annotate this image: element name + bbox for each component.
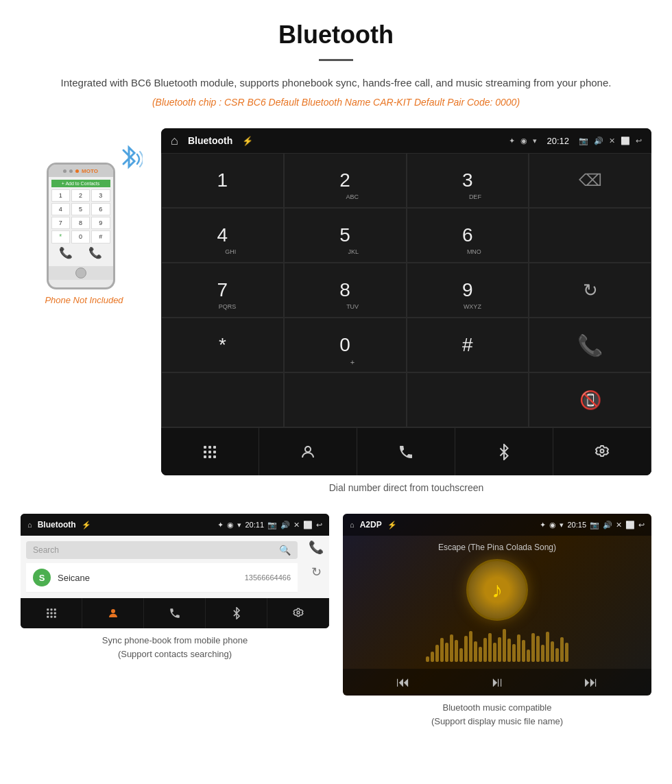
pb-call-icon[interactable]: 📞 [309,540,324,555]
dial-statusbar: ⌂ Bluetooth ⚡ ✦ ◉ ▾ 20:12 📷 🔊 ✕ ⬜ ↩ [161,128,651,153]
time-display: 20:12 [547,136,569,146]
svg-rect-6 [204,455,206,458]
key-2[interactable]: 2ABC [284,153,407,208]
svg-point-21 [297,611,300,614]
phonebook-screenshot: ⌂ Bluetooth ⚡ ✦ ◉ ▾ 20:11 📷 🔊 ✕ ⬜ ↩ [21,514,329,628]
music-screenshot: ⌂ A2DP ⚡ ✦ ◉ ▾ 20:15 📷 🔊 ✕ ⬜ ↩ E [343,514,651,696]
music-waveform [350,628,645,662]
phone-container: MOTO + Add to Contacts 1 2 3 4 5 6 7 8 9 [21,128,147,305]
waveform-bar [450,634,453,662]
next-track-button[interactable]: ⏭ [584,674,598,690]
nav-bluetooth[interactable] [455,428,553,475]
waveform-bar [498,637,501,662]
waveform-bar [565,643,568,662]
back-icon[interactable]: ↩ [636,136,642,145]
pb-statusbar: ⌂ Bluetooth ⚡ ✦ ◉ ▾ 20:11 📷 🔊 ✕ ⬜ ↩ [21,514,329,536]
play-pause-button[interactable]: ⏯ [490,674,504,690]
phonebook-block: ⌂ Bluetooth ⚡ ✦ ◉ ▾ 20:11 📷 🔊 ✕ ⬜ ↩ [21,514,329,728]
pb-nav-contacts[interactable] [82,598,144,628]
volume-icon[interactable]: 🔊 [594,136,603,145]
key-3: 3 [91,189,110,202]
phone-home-button [75,268,86,278]
phone-bottom [49,266,113,280]
pb-nav-settings[interactable] [267,598,329,628]
music-usb-icon: ⚡ [387,521,397,530]
empty-key-1 [529,208,651,263]
empty-row5-3 [407,372,529,427]
phone-mock: MOTO + Add to Contacts 1 2 3 4 5 6 7 8 9 [47,149,122,289]
pb-time: 20:11 [245,521,264,529]
waveform-bar [522,640,525,662]
waveform-bar [560,637,564,662]
key-6[interactable]: 6MNO [407,208,529,263]
svg-rect-11 [47,608,49,610]
svg-rect-7 [208,455,211,458]
statusbar-left: ⌂ Bluetooth ⚡ [171,134,253,148]
waveform-bar [536,636,540,662]
signal-dot [75,169,79,173]
key-3[interactable]: 3DEF [407,153,529,208]
pb-bt-icon: ✦ [217,521,224,530]
key-star[interactable]: * [161,318,284,372]
pb-nav-call[interactable] [144,598,206,628]
waveform-bar [459,648,463,662]
waveform-bar [455,640,458,662]
screen-icon[interactable]: ⬜ [621,136,630,145]
waveform-bar [474,641,477,662]
nav-contacts[interactable] [259,428,357,475]
pb-loc-icon: ◉ [227,521,234,530]
waveform-bar [507,639,511,662]
pb-nav-bluetooth[interactable] [206,598,267,628]
home-icon[interactable]: ⌂ [171,134,178,148]
pb-right-icons: 📞 ↻ [303,536,329,598]
statusbar-right: ✦ ◉ ▾ 20:12 📷 🔊 ✕ ⬜ ↩ [509,136,642,146]
svg-rect-2 [213,446,216,449]
dial-nav [161,427,651,475]
prev-track-button[interactable]: ⏮ [396,674,410,690]
end-call-button[interactable]: 📵 [529,372,651,427]
music-time: 20:15 [567,521,586,529]
key-4[interactable]: 4GHI [161,208,284,263]
svg-rect-5 [213,451,216,453]
waveform-bar [541,645,544,662]
key-1[interactable]: 1 [161,153,284,208]
empty-row5-2 [284,372,407,427]
key-5[interactable]: 5JKL [284,208,407,263]
svg-rect-16 [53,613,56,615]
nav-call[interactable] [357,428,455,475]
svg-rect-1 [208,446,211,449]
pb-nav-dialpad[interactable] [21,598,82,628]
svg-rect-18 [50,616,52,618]
pb-search-bar[interactable]: Search 🔍 [26,541,298,559]
music-signal-icon: ▾ [560,521,564,530]
key-9[interactable]: 9WXYZ [407,263,529,318]
music-home-icon: ⌂ [350,521,355,529]
backspace-key[interactable]: ⌫ [529,153,651,208]
nav-settings[interactable] [553,428,651,475]
key-9: 9 [91,217,110,229]
key-hash[interactable]: # [407,318,529,372]
pb-main: Search 🔍 S Seicane 13566664466 📞 [21,536,329,598]
call-button[interactable]: 📞 [529,318,651,372]
svg-rect-3 [204,451,206,453]
key-8[interactable]: 8TUV [284,263,407,318]
signal-dot [69,169,73,173]
close-icon[interactable]: ✕ [609,136,615,145]
waveform-bar [431,652,434,662]
search-icon: 🔍 [279,545,291,556]
nav-dialpad[interactable] [161,428,259,475]
waveform-bar [555,648,559,662]
waveform-bar [440,638,444,662]
phone-screen-header: + Add to Contacts [51,180,110,187]
camera-icon[interactable]: 📷 [579,136,588,145]
refresh-key[interactable]: ↻ [529,263,651,318]
phone-screen: + Add to Contacts 1 2 3 4 5 6 7 8 9 * 0 … [49,177,113,266]
waveform-bar [527,650,530,662]
music-screen-icon: ⬜ [625,521,635,530]
key-0[interactable]: 0+ [284,318,407,372]
key-7[interactable]: 7PQRS [161,263,284,318]
key-0: 0 [71,230,90,243]
signal-dot [63,169,67,173]
pb-refresh-icon[interactable]: ↻ [311,565,322,580]
location-icon: ◉ [520,136,527,145]
